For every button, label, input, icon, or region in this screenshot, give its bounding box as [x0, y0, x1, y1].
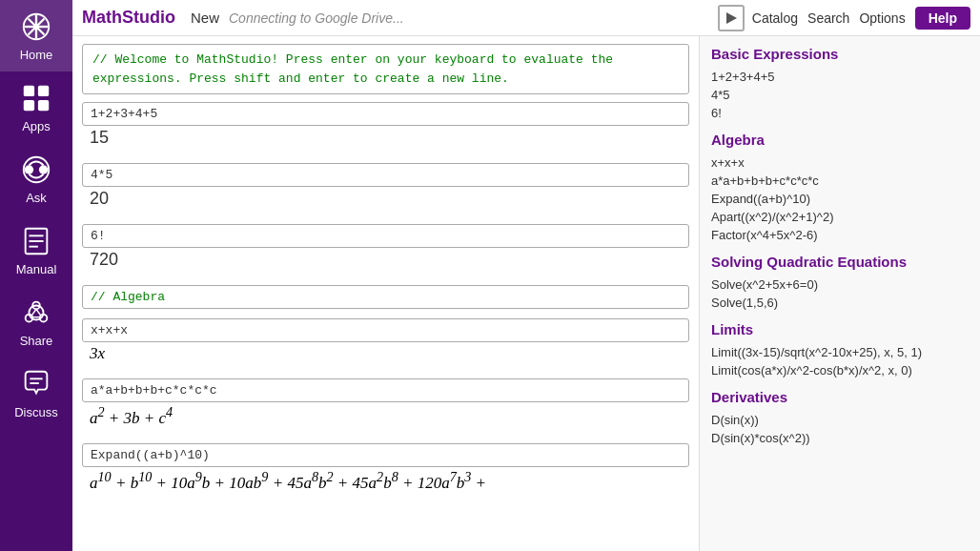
svg-point-10 — [25, 165, 33, 173]
sidebar-item-discuss[interactable]: Discuss — [0, 357, 72, 429]
section-title-derivatives: Derivatives — [711, 389, 969, 405]
ask-icon — [19, 153, 53, 187]
share-icon — [19, 296, 53, 330]
expr-block-comment: // Algebra — [82, 285, 689, 309]
section-title-limits: Limits — [711, 321, 969, 337]
expr-block-3: 6! 720 — [82, 224, 689, 276]
search-button[interactable]: Search — [807, 10, 849, 26]
sidebar-item-manual[interactable]: Manual — [0, 214, 72, 286]
discuss-icon — [19, 367, 53, 401]
rs-item-quad-0[interactable]: Solve(x^2+5x+6=0) — [711, 276, 969, 294]
rs-item-algebra-1[interactable]: a*a+b+b+b+c*c*c*c — [711, 172, 969, 190]
rs-item-basic-1[interactable]: 4*5 — [711, 86, 969, 104]
svg-line-21 — [36, 309, 41, 316]
svg-marker-25 — [726, 12, 737, 24]
expr-block-5: a*a+b+b+b+c*c*c*c a2 + 3b + c4 — [82, 378, 689, 434]
app-title: MathStudio — [82, 8, 175, 28]
sidebar-item-home[interactable]: Home — [0, 0, 72, 71]
svg-rect-6 — [38, 86, 49, 96]
rs-item-basic-2[interactable]: 6! — [711, 104, 969, 122]
rs-item-limits-1[interactable]: Limit(cos(a*x)/x^2-cos(b*x)/x^2, x, 0) — [711, 361, 969, 379]
section-title-basic: Basic Expressions — [711, 46, 969, 62]
expr-input-5[interactable]: a*a+b+b+b+c*c*c*c — [82, 378, 689, 402]
worksheet: // Welcome to MathStudio! Press enter on… — [72, 36, 699, 551]
new-button[interactable]: New — [191, 10, 219, 26]
expr-input-1[interactable]: 1+2+3+4+5 — [82, 102, 689, 126]
expr-result-5: a2 + 3b + c4 — [82, 402, 689, 434]
play-button[interactable] — [718, 5, 745, 31]
expr-result-2: 20 — [82, 187, 689, 214]
sidebar-item-share[interactable]: Share — [0, 286, 72, 357]
expr-result-6: a10 + b10 + 10a9b + 10ab9 + 45a8b2 + 45a… — [82, 467, 689, 499]
section-title-quadratic: Solving Quadratic Equations — [711, 254, 969, 270]
rs-item-algebra-0[interactable]: x+x+x — [711, 153, 969, 172]
sidebar-home-label: Home — [20, 48, 53, 62]
sidebar-item-apps[interactable]: Apps — [0, 71, 72, 143]
sidebar-item-ask[interactable]: Ask — [0, 143, 72, 214]
manual-icon — [19, 224, 53, 258]
content-area: // Welcome to MathStudio! Press enter on… — [72, 36, 980, 551]
expr-result-3: 720 — [82, 248, 689, 276]
main-content: MathStudio New Connecting to Google Driv… — [72, 0, 980, 551]
rs-item-algebra-4[interactable]: Factor(x^4+5x^2-6) — [711, 226, 969, 244]
apps-icon — [19, 81, 53, 115]
sidebar-discuss-label: Discuss — [14, 405, 58, 419]
section-title-algebra: Algebra — [711, 132, 969, 148]
rs-item-quad-1[interactable]: Solve(1,5,6) — [711, 294, 969, 312]
rs-item-basic-0[interactable]: 1+2+3+4+5 — [711, 68, 969, 86]
right-sidebar: Basic Expressions 1+2+3+4+5 4*5 6! Algeb… — [699, 36, 980, 551]
svg-rect-7 — [24, 100, 34, 111]
expr-result-4: 3x — [82, 342, 689, 369]
status-text: Connecting to Google Drive... — [229, 10, 718, 26]
expr-block-4: x+x+x 3x — [82, 318, 689, 369]
expr-block-1: 1+2+3+4+5 15 — [82, 102, 689, 153]
options-button[interactable]: Options — [859, 10, 905, 26]
rs-item-deriv-1[interactable]: D(sin(x)*cos(x^2)) — [711, 429, 969, 447]
welcome-box: // Welcome to MathStudio! Press enter on… — [82, 44, 689, 94]
expr-input-3[interactable]: 6! — [82, 224, 689, 248]
svg-point-11 — [39, 165, 48, 173]
welcome-line1: // Welcome to MathStudio! Press enter on… — [92, 51, 679, 70]
rs-item-deriv-0[interactable]: D(sin(x)) — [711, 411, 969, 429]
sidebar-ask-label: Ask — [26, 191, 47, 205]
left-sidebar: Home Apps Ask — [0, 0, 72, 551]
expr-input-4[interactable]: x+x+x — [82, 318, 689, 342]
catalog-button[interactable]: Catalog — [752, 10, 798, 26]
expr-block-6: Expand((a+b)^10) a10 + b10 + 10a9b + 10a… — [82, 443, 689, 499]
rs-item-algebra-2[interactable]: Expand((a+b)^10) — [711, 190, 969, 208]
rs-item-algebra-3[interactable]: Apart((x^2)/(x^2+1)^2) — [711, 208, 969, 226]
comment-input-algebra[interactable]: // Algebra — [82, 285, 689, 309]
svg-line-20 — [31, 309, 36, 316]
welcome-line2: expressions. Press shift and enter to cr… — [92, 70, 679, 89]
topbar: MathStudio New Connecting to Google Driv… — [72, 0, 980, 36]
sidebar-share-label: Share — [20, 334, 53, 348]
expr-block-2: 4*5 20 — [82, 163, 689, 214]
home-icon — [19, 10, 53, 44]
expr-input-6[interactable]: Expand((a+b)^10) — [82, 443, 689, 467]
sidebar-manual-label: Manual — [16, 262, 57, 276]
sidebar-apps-label: Apps — [22, 119, 51, 133]
expr-input-2[interactable]: 4*5 — [82, 163, 689, 187]
svg-rect-8 — [38, 100, 49, 111]
expr-result-1: 15 — [82, 126, 689, 153]
svg-rect-5 — [24, 86, 34, 96]
rs-item-limits-0[interactable]: Limit((3x-15)/sqrt(x^2-10x+25), x, 5, 1) — [711, 343, 969, 361]
help-button[interactable]: Help — [915, 7, 970, 30]
